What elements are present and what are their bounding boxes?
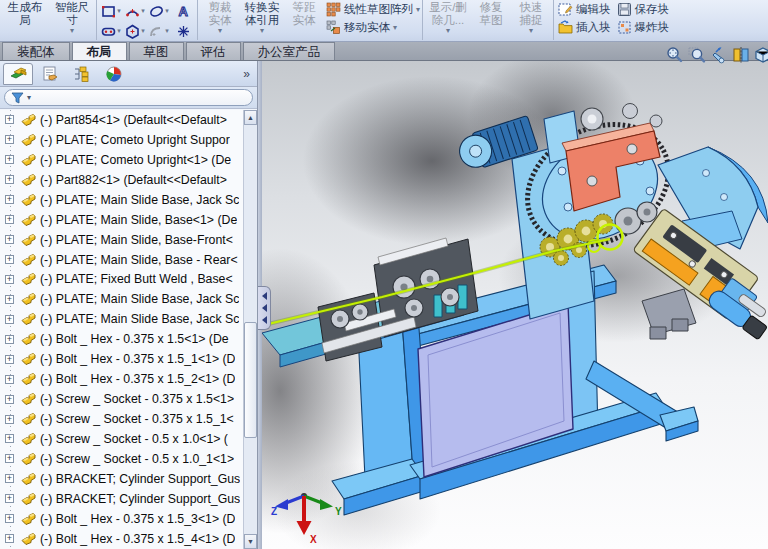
expand-icon[interactable]: + — [5, 115, 14, 124]
zoom-to-area-icon[interactable] — [688, 46, 706, 64]
panel-overflow-chevron[interactable]: » — [243, 67, 254, 81]
display-delete-relations-button[interactable]: 显示/删除几...▾ — [425, 0, 471, 36]
tree-item-label: (-) Screw _ Socket - 0.5 x 1.0<1> ( — [40, 432, 228, 446]
tab-configurationmanager[interactable] — [67, 63, 97, 85]
expand-icon[interactable]: + — [5, 395, 14, 404]
fillet-tool-button[interactable]: ▾ — [149, 24, 169, 39]
slot-tool-button[interactable]: ▾ — [101, 24, 121, 39]
tree-item[interactable]: + (-) Bolt _ Hex - 0.375 x 1.5<1> (De — [0, 329, 257, 349]
tree-item[interactable]: + (-) Part882<1> (Default<<Default> — [0, 170, 257, 190]
view-settings-icon[interactable] — [754, 46, 768, 64]
move-entities-button[interactable]: 移动实体 ▾ — [326, 20, 420, 35]
text-tool-button[interactable]: A — [176, 4, 191, 19]
expand-icon[interactable]: + — [5, 534, 14, 543]
section-view-icon[interactable] — [732, 46, 750, 64]
expand-icon[interactable]: + — [5, 375, 14, 384]
tree-item[interactable]: + (-) PLATE; Main Slide Base, Jack Sc — [0, 309, 257, 329]
svg-text:A: A — [178, 4, 188, 19]
point-tool-button[interactable] — [176, 24, 191, 39]
tree-filter-input[interactable]: ▾ — [4, 89, 253, 106]
expand-icon[interactable]: + — [5, 474, 14, 483]
linear-sketch-pattern-button[interactable]: 线性草图阵列 ▾ — [326, 2, 420, 17]
expand-icon[interactable]: + — [5, 335, 14, 344]
tree-item[interactable]: + (-) Bolt _ Hex - 0.375 x 1.5_2<1> (D — [0, 369, 257, 389]
expand-icon[interactable]: + — [5, 514, 14, 523]
part-icon — [20, 292, 36, 306]
tree-item[interactable]: + (-) PLATE; Main Slide Base, Jack Sc — [0, 289, 257, 309]
tree-item[interactable]: + (-) PLATE; Main Slide Base, Jack Sc — [0, 190, 257, 210]
dropdown-arrow-icon: ▾ — [27, 93, 31, 102]
tree-item-label: (-) PLATE; Main Slide, Base-Front< — [40, 233, 233, 247]
create-layout-button[interactable]: 生成布局 — [0, 0, 50, 28]
expand-icon[interactable]: + — [5, 494, 14, 503]
tree-item[interactable]: + (-) Screw _ Socket - 0.375 x 1.5_1< — [0, 409, 257, 429]
command-tab[interactable]: 草图 — [129, 42, 184, 60]
command-tab[interactable]: 评估 — [186, 42, 241, 60]
expand-icon[interactable]: + — [5, 255, 14, 264]
offset-entities-button[interactable]: 等距实体 — [284, 0, 324, 28]
expand-icon[interactable]: + — [5, 275, 14, 284]
tree-item[interactable]: + (-) PLATE; Main Slide, Base - Rear< — [0, 250, 257, 270]
zoom-to-fit-icon[interactable] — [666, 46, 684, 64]
scroll-up-button[interactable]: ▲ — [244, 110, 257, 125]
tree-item[interactable]: + (-) PLATE; Main Slide, Base-Front< — [0, 230, 257, 250]
expand-icon[interactable]: + — [5, 135, 14, 144]
tree-item[interactable]: + (-) BRACKET; Cylinder Support_Gus — [0, 469, 257, 489]
panel-collapse-handle[interactable] — [258, 286, 271, 330]
explode-block-button[interactable]: 爆炸块 — [617, 20, 670, 35]
repair-sketch-button[interactable]: 修复草图 — [471, 0, 511, 28]
expand-icon[interactable]: + — [5, 315, 14, 324]
edit-block-button[interactable]: 编辑块 — [558, 2, 611, 17]
tree-item[interactable]: + (-) BRACKET; Cylinder Support_Gus — [0, 489, 257, 509]
tree-item[interactable]: + (-) Screw _ Socket - 0.5 x 1.0<1> ( — [0, 429, 257, 449]
tree-item[interactable]: + (-) PLATE; Cometo Upright<1> (De — [0, 150, 257, 170]
expand-icon[interactable]: + — [5, 295, 14, 304]
tree-item[interactable]: + (-) Screw _ Socket - 0.5 x 1.0_1<1> — [0, 449, 257, 469]
command-tab[interactable]: 布局 — [72, 42, 127, 60]
part-icon — [20, 113, 36, 127]
z-axis-label: Z — [271, 506, 277, 517]
tree-item[interactable]: + (-) PLATE; Fixed Butt Weld , Base< — [0, 270, 257, 290]
expand-icon[interactable]: + — [5, 175, 14, 184]
previous-view-icon[interactable] — [710, 46, 728, 64]
move-entities-icon — [326, 20, 341, 35]
tree-item[interactable]: + (-) Bolt _ Hex - 0.375 x 1.5_4<1> (D — [0, 529, 257, 549]
tab-featuremanager[interactable] — [3, 63, 33, 85]
tree-item[interactable]: + (-) Part854<1> (Default<<Default> — [0, 110, 257, 130]
smart-dimension-button[interactable]: 智能尺寸▾ — [50, 0, 94, 36]
expand-icon[interactable]: + — [5, 155, 14, 164]
tab-displaymanager[interactable] — [99, 63, 129, 85]
tree-item-label: (-) Part882<1> (Default<<Default> — [40, 173, 227, 187]
tab-propertymanager[interactable] — [35, 63, 65, 85]
rectangle-tool-button[interactable]: ▾ — [101, 4, 121, 19]
scroll-thumb[interactable] — [244, 322, 257, 438]
save-block-button[interactable]: 保存块 — [617, 2, 670, 17]
tree-item[interactable]: + (-) Screw _ Socket - 0.375 x 1.5<1> — [0, 389, 257, 409]
expand-icon[interactable]: + — [5, 415, 14, 424]
polygon-tool-button[interactable]: ▾ — [125, 24, 145, 39]
expand-icon[interactable]: + — [5, 355, 14, 364]
quick-snaps-button[interactable]: 快速捕捉▾ — [511, 0, 551, 36]
trim-entities-button[interactable]: 剪裁实体▾ — [200, 0, 240, 36]
part-icon — [20, 352, 36, 366]
expand-icon[interactable]: + — [5, 195, 14, 204]
arc-tool-button[interactable]: ▾ — [125, 4, 145, 19]
ellipse-tool-button[interactable]: ▾ — [149, 4, 169, 19]
tree-item[interactable]: + (-) Bolt _ Hex - 0.375 x 1.5_1<1> (D — [0, 349, 257, 369]
command-tab[interactable]: 办公室产品 — [243, 42, 336, 60]
tree-item[interactable]: + (-) PLATE; Cometo Upright Suppor — [0, 130, 257, 150]
part-icon — [20, 492, 36, 506]
graphics-viewport[interactable]: Z Y X — [262, 61, 768, 549]
y-axis-arrow — [320, 499, 333, 510]
tree-item[interactable]: + (-) Bolt _ Hex - 0.375 x 1.5_3<1> (D — [0, 509, 257, 529]
tree-item-label: (-) Part854<1> (Default<<Default> — [40, 113, 227, 127]
command-tab[interactable]: 装配体 — [2, 42, 70, 60]
expand-icon[interactable]: + — [5, 235, 14, 244]
expand-icon[interactable]: + — [5, 454, 14, 463]
scroll-down-button[interactable]: ▼ — [244, 534, 257, 549]
insert-block-button[interactable]: 插入块 — [558, 20, 611, 35]
convert-entities-button[interactable]: 转换实体引用▾ — [240, 0, 284, 36]
expand-icon[interactable]: + — [5, 434, 14, 443]
expand-icon[interactable]: + — [5, 215, 14, 224]
tree-item[interactable]: + (-) PLATE; Main Slide, Base<1> (De — [0, 210, 257, 230]
